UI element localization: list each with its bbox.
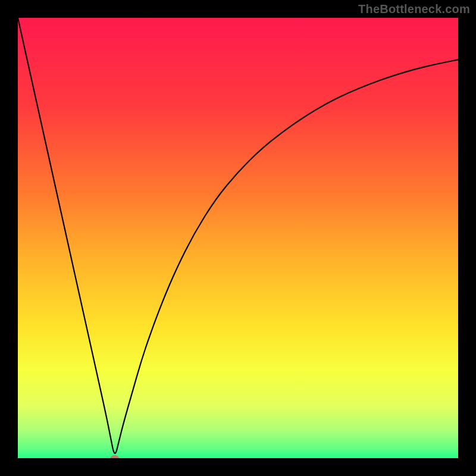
chart-canvas — [0, 0, 476, 476]
bottleneck-chart: TheBottleneck.com — [0, 0, 476, 476]
watermark-label: TheBottleneck.com — [358, 2, 470, 16]
plot-background-gradient — [18, 18, 458, 458]
